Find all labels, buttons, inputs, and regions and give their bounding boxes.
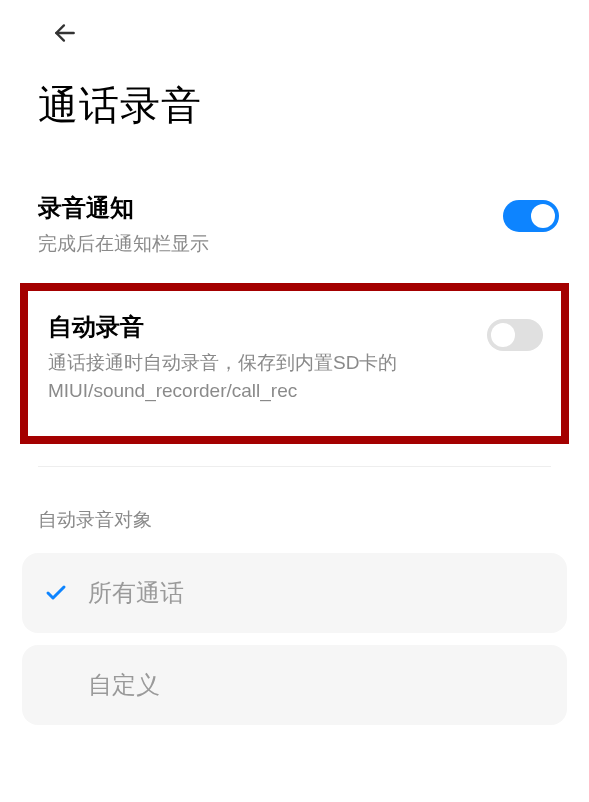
option-label: 自定义	[88, 669, 160, 701]
setting-title: 录音通知	[38, 192, 483, 224]
page-title: 通话录音	[0, 48, 589, 133]
setting-subtitle: 通话接通时自动录音，保存到内置SD卡的MIUI/sound_recorder/c…	[48, 349, 467, 406]
option-all-calls[interactable]: 所有通话	[22, 553, 567, 633]
setting-text: 录音通知 完成后在通知栏显示	[38, 192, 503, 259]
setting-auto-record[interactable]: 自动录音 通话接通时自动录音，保存到内置SD卡的MIUI/sound_recor…	[38, 303, 551, 406]
toggle-knob	[491, 323, 515, 347]
arrow-left-icon	[52, 20, 78, 46]
option-custom[interactable]: 自定义	[22, 645, 567, 725]
settings-list: 录音通知 完成后在通知栏显示 自动录音 通话接通时自动录音，保存到内置SD卡的M…	[0, 178, 589, 725]
section-label: 自动录音对象	[0, 467, 589, 553]
setting-title: 自动录音	[48, 311, 467, 343]
highlight-auto-record: 自动录音 通话接通时自动录音，保存到内置SD卡的MIUI/sound_recor…	[20, 283, 569, 444]
toggle-recording-notification[interactable]	[503, 200, 559, 232]
option-label: 所有通话	[88, 577, 184, 609]
checkmark-icon	[42, 579, 70, 607]
back-button[interactable]	[50, 18, 80, 48]
setting-subtitle: 完成后在通知栏显示	[38, 230, 483, 259]
setting-text: 自动录音 通话接通时自动录音，保存到内置SD卡的MIUI/sound_recor…	[48, 311, 487, 406]
toggle-knob	[531, 204, 555, 228]
toggle-auto-record[interactable]	[487, 319, 543, 351]
setting-recording-notification[interactable]: 录音通知 完成后在通知栏显示	[0, 178, 589, 273]
